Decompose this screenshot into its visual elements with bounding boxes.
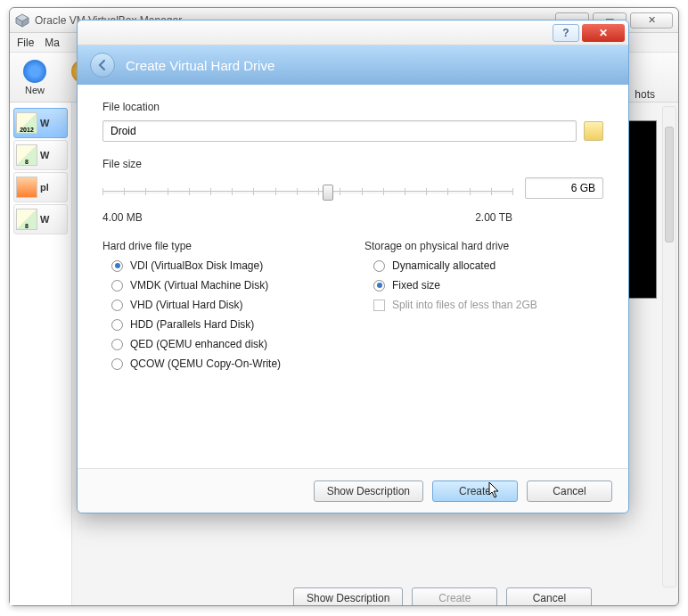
dialog-header: Create Virtual Hard Drive [78,45,628,85]
cancel-button[interactable]: Cancel [527,480,612,502]
hd-type-label: VHD (Virtual Hard Disk) [130,299,242,311]
vm-item[interactable]: pl [13,172,68,202]
toolbar-new-label: New [25,85,45,95]
file-location-input[interactable] [102,120,577,142]
dialog-title: Create Virtual Hard Drive [126,58,274,73]
virtualbox-logo-icon [15,13,29,28]
vm-name: pl [40,182,65,193]
radio-icon [111,280,123,292]
hd-type-option[interactable]: VMDK (Virtual Machine Disk) [111,279,341,292]
hd-type-option[interactable]: VHD (Virtual Hard Disk) [111,299,341,311]
close-button[interactable]: ✕ [630,12,673,29]
toolbar-new-button[interactable]: New [15,60,54,95]
back-button[interactable] [90,53,115,78]
os-icon: 8 [16,209,37,230]
size-max-label: 2.00 TB [475,211,512,224]
radio-icon [373,260,385,272]
hd-type-label: QCOW (QEMU Copy-On-Write) [130,357,281,370]
hd-type-option[interactable]: QED (QEMU enhanced disk) [111,338,341,350]
hd-type-label: Hard drive file type [102,240,341,252]
hd-type-option[interactable]: QCOW (QEMU Copy-On-Write) [111,357,341,370]
vm-name: W [40,214,65,225]
radio-icon [111,300,123,311]
hd-type-option[interactable]: VDI (VirtualBox Disk Image) [111,259,341,272]
file-size-label: File size [102,158,603,170]
size-slider[interactable] [102,181,512,204]
dialog-footer: Show Description Create Cancel [78,468,628,513]
menu-file[interactable]: File [17,37,34,49]
help-button[interactable]: ? [553,24,579,42]
new-vm-icon [23,60,46,83]
create-button[interactable]: Create [432,480,518,502]
size-min-label: 4.00 MB [102,211,143,224]
file-location-label: File location [102,101,603,113]
create-button-bg: Create [412,587,497,605]
radio-icon [111,260,123,272]
cancel-button-bg[interactable]: Cancel [506,587,592,605]
browse-button[interactable] [584,121,603,141]
radio-icon [111,358,123,370]
vm-item[interactable]: 2012W [13,108,68,138]
dialog-close-button[interactable]: ✕ [582,24,625,42]
os-icon [16,177,37,198]
radio-icon [111,339,123,350]
snapshots-tab[interactable]: hots [635,88,655,101]
hd-type-label: HDD (Parallels Hard Disk) [130,318,254,331]
vm-name: W [40,150,65,160]
slider-thumb[interactable] [323,185,333,201]
show-description-button[interactable]: Show Description [314,480,423,502]
storage-option[interactable]: Dynamically allocated [373,259,603,272]
split-checkbox-row: Split into files of less than 2GB [373,299,603,311]
hd-type-label: QED (QEMU enhanced disk) [130,338,267,350]
radio-icon [111,319,123,331]
vm-item[interactable]: 8W [13,204,68,234]
dialog-titlebar[interactable]: ? ✕ [78,21,628,45]
vm-item[interactable]: 8W [13,140,68,170]
file-size-input[interactable] [525,177,603,199]
os-icon: 2012 [16,112,37,134]
show-description-button-bg[interactable]: Show Description [293,587,403,605]
storage-opt-label: Dynamically allocated [392,259,496,272]
vm-name: W [40,118,65,128]
hd-type-label: VMDK (Virtual Machine Disk) [130,279,268,292]
os-icon: 8 [16,144,37,166]
storage-label: Storage on physical hard drive [364,240,603,252]
hd-type-label: VDI (VirtualBox Disk Image) [130,259,263,272]
split-checkbox [373,300,385,311]
menu-machine[interactable]: Ma [45,37,60,49]
storage-opt-label: Fixed size [392,279,440,292]
create-vhd-dialog: ? ✕ Create Virtual Hard Drive File locat… [77,20,629,513]
hd-type-option[interactable]: HDD (Parallels Hard Disk) [111,318,341,331]
storage-option[interactable]: Fixed size [373,279,603,292]
vm-list: 2012W 8W pl 8W [10,103,72,605]
radio-icon [373,280,385,292]
split-label: Split into files of less than 2GB [392,299,537,311]
